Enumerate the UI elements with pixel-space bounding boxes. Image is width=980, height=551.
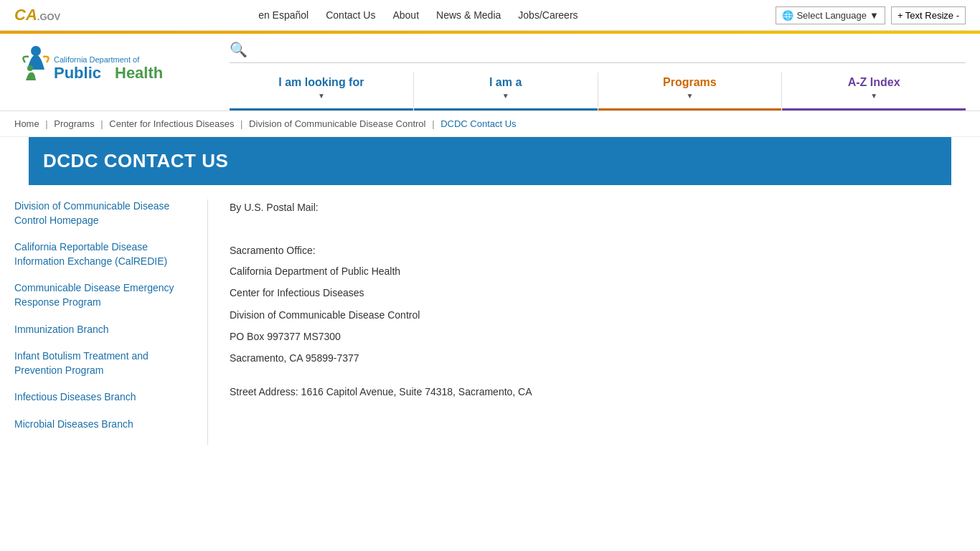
site-logo-area[interactable]: California Department of Public Health [14,41,215,100]
svg-text:Public: Public [54,64,101,82]
search-icon[interactable]: 🔍 [230,41,248,58]
search-bar: 🔍 [230,41,966,63]
sidebar-link-cderr[interactable]: Communicable Disease Emergency Response … [14,281,186,309]
nav-looking-for[interactable]: I am looking for ▼ [230,69,413,110]
espanol-link[interactable]: en Español [258,9,308,21]
about-link[interactable]: About [392,9,419,21]
dropdown-arrow-icon: ▼ [870,10,879,21]
nav-programs[interactable]: Programs ▼ [598,69,782,110]
svg-point-0 [31,46,41,56]
chevron-down-icon: ▼ [870,92,877,100]
chevron-down-icon: ▼ [502,92,509,100]
page-content: By U.S. Postal Mail: Sacramento Office: … [208,199,966,445]
breadcrumb-home[interactable]: Home [14,118,39,129]
breadcrumb-cid[interactable]: Center for Infectious Diseases [109,118,234,129]
contact-link[interactable]: Contact Us [326,9,375,21]
sidebar-link-mdb[interactable]: Microbial Diseases Branch [14,418,186,432]
main-content: Division of Communicable Disease Control… [0,185,980,459]
content-line1: California Department of Public Health [230,263,966,279]
text-resize-button[interactable]: + Text Resize - [891,6,966,24]
breadcrumb-dcdc[interactable]: Division of Communicable Disease Control [249,118,425,129]
site-header: California Department of Public Health 🔍… [0,34,980,111]
page-title-bar: DCDC CONTACT US [29,137,951,185]
language-selector[interactable]: 🌐 Select Language ▼ [776,6,885,24]
jobs-link[interactable]: Jobs/Careers [518,9,578,21]
chevron-down-icon: ▼ [686,92,693,100]
content-line2: Center for Infectious Diseases [230,285,966,301]
sidebar-link-calredie[interactable]: California Reportable Disease Informatio… [14,240,186,268]
svg-point-1 [27,65,33,71]
content-line3: Division of Communicable Disease Control [230,307,966,323]
nav-i-am-a[interactable]: I am a ▼ [414,69,598,110]
top-nav: en Español Contact Us About News & Media… [258,9,578,21]
nav-az-index[interactable]: A-Z Index ▼ [782,69,966,110]
main-navigation: I am looking for ▼ I am a ▼ Programs ▼ A… [230,69,966,110]
sacramento-office-label: Sacramento Office: [230,242,966,258]
content-line4: PO Box 997377 MS7300 [230,329,966,344]
top-actions: 🌐 Select Language ▼ + Text Resize - [776,6,966,24]
street-address: Street Address: 1616 Capitol Avenue, Sui… [230,384,966,400]
breadcrumb-current: DCDC Contact Us [440,118,516,129]
svg-text:Health: Health [115,64,163,82]
search-and-nav: 🔍 I am looking for ▼ I am a ▼ Programs ▼ [230,41,966,110]
sidebar-link-immunization[interactable]: Immunization Branch [14,323,186,337]
news-link[interactable]: News & Media [436,9,501,21]
page-title: DCDC CONTACT US [43,150,937,172]
breadcrumb-programs[interactable]: Programs [54,118,94,129]
sidebar-link-dcdc-home[interactable]: Division of Communicable Disease Control… [14,199,186,227]
breadcrumb: Home | Programs | Center for Infectious … [0,111,980,137]
top-utility-bar: CA.GOV en Español Contact Us About News … [0,0,980,31]
postal-mail-label: By U.S. Postal Mail: [230,199,966,215]
cdph-logo: California Department of Public Health [14,41,201,98]
sidebar-link-ibotulism[interactable]: Infant Botulism Treatment and Prevention… [14,349,186,377]
globe-icon: 🌐 [782,10,793,21]
sidebar: Division of Communicable Disease Control… [14,199,208,445]
page-title-wrapper: DCDC CONTACT US [14,137,966,185]
ca-gov-logo[interactable]: CA.GOV [14,6,60,24]
content-line5: Sacramento, CA 95899-7377 [230,350,966,366]
chevron-down-icon: ▼ [318,92,325,100]
svg-text:California Department of: California Department of [54,55,140,64]
sidebar-link-idb[interactable]: Infectious Diseases Branch [14,390,186,405]
